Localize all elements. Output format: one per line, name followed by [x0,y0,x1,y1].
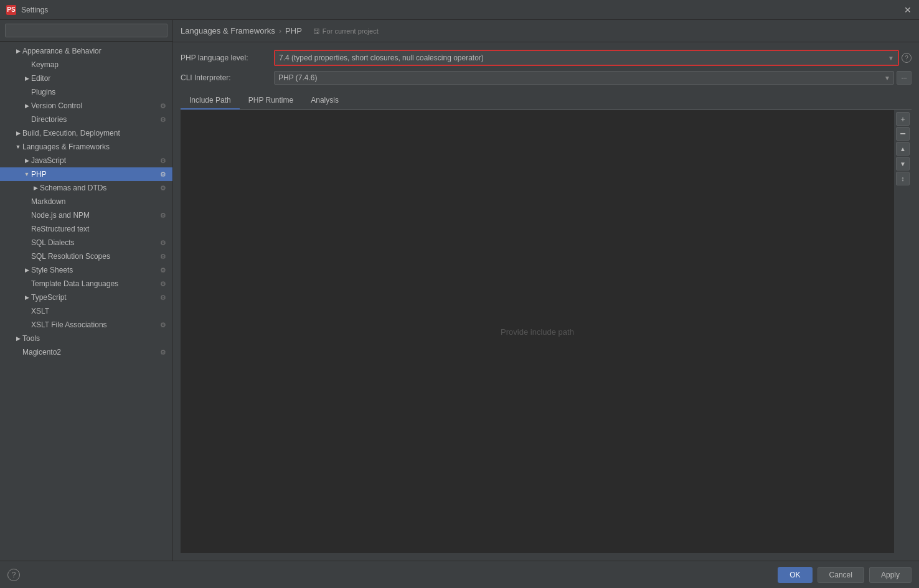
gear-icon: ⚙ [159,293,167,302]
sidebar: ▶ Appearance & Behavior ▶ Keymap ▶ Edito… [0,20,173,561]
sidebar-item-magicento2[interactable]: ▶ Magicento2 ⚙ [0,345,172,359]
sidebar-item-label: Magicento2 [22,348,159,357]
sidebar-item-sql-resolution-scopes[interactable]: ▶ SQL Resolution Scopes ⚙ [0,250,172,263]
gear-icon: ⚙ [159,115,167,124]
sidebar-item-label: PHP [31,170,159,179]
title-bar-left: PS Settings [6,5,48,15]
cli-interpreter-control: PHP (7.4.6) ▼ ··· [274,71,912,85]
sidebar-item-languages-frameworks[interactable]: ▼ Languages & Frameworks [0,140,172,154]
sidebar-item-label: JavaScript [31,156,159,165]
php-level-box: 7.4 (typed properties, short closures, n… [274,50,899,66]
sidebar-item-label: TypeScript [31,293,159,302]
ok-button[interactable]: OK [778,567,812,583]
gear-icon: ⚙ [159,156,167,165]
sidebar-item-tools[interactable]: ▶ Tools [0,332,172,345]
for-current-project: 🖫 For current project [313,27,379,35]
sidebar-item-nodejs-npm[interactable]: ▶ Node.js and NPM ⚙ [0,208,172,222]
sidebar-item-label: Appearance & Behavior [22,47,167,55]
sidebar-item-keymap[interactable]: ▶ Keymap [0,58,172,72]
bottom-left: ? [7,569,20,581]
sidebar-item-javascript[interactable]: ▶ JavaScript ⚙ [0,154,172,167]
cli-interpreter-select[interactable]: PHP (7.4.6) [274,71,894,85]
window-title: Settings [21,6,48,14]
sidebar-item-build-execution[interactable]: ▶ Build, Execution, Deployment [0,126,172,140]
sidebar-item-editor[interactable]: ▶ Editor [0,72,172,85]
sidebar-item-typescript[interactable]: ▶ TypeScript ⚙ [0,291,172,304]
cli-interpreter-row: CLI Interpreter: PHP (7.4.6) ▼ ··· [181,71,912,85]
sidebar-item-xslt-file-associations[interactable]: ▶ XSLT File Associations ⚙ [0,318,172,332]
title-bar: PS Settings ✕ [0,0,919,20]
sidebar-item-label: Schemas and DTDs [40,184,159,192]
sidebar-item-restructured-text[interactable]: ▶ ReStructured text [0,222,172,236]
panel-body: PHP language level: 7.4 (typed propertie… [173,42,919,561]
sidebar-item-label: Directories [31,115,159,124]
sidebar-item-markdown[interactable]: ▶ Markdown [0,195,172,208]
sidebar-item-sql-dialects[interactable]: ▶ SQL Dialects ⚙ [0,236,172,250]
help-icon[interactable]: ? [902,53,912,63]
sidebar-item-label: Template Data Languages [31,279,159,288]
move-up-button[interactable]: ▲ [896,142,910,156]
apply-button[interactable]: Apply [869,567,912,583]
arrow-icon: ▶ [22,101,31,110]
search-input[interactable] [5,24,167,37]
search-box [0,20,172,42]
sidebar-item-appearance-behavior[interactable]: ▶ Appearance & Behavior [0,44,172,58]
remove-button[interactable]: − [896,127,910,141]
sidebar-item-label: ReStructured text [31,225,167,233]
breadcrumb-parent: Languages & Frameworks [181,26,275,35]
sidebar-item-version-control[interactable]: ▶ Version Control ⚙ [0,99,172,113]
sidebar-item-label: Markdown [31,197,167,206]
sidebar-item-directories[interactable]: ▶ Directories ⚙ [0,113,172,126]
sidebar-item-schemas-dtds[interactable]: ▶ Schemas and DTDs ⚙ [0,181,172,195]
gear-icon: ⚙ [159,320,167,329]
include-path-area: Provide include path [181,110,894,553]
side-buttons: + − ▲ ▼ ↕ [894,110,912,553]
bottom-right: OK Cancel Apply [778,567,912,583]
arrow-icon: ▼ [22,170,31,179]
cancel-button[interactable]: Cancel [818,567,864,583]
sidebar-item-label: Plugins [31,88,167,96]
sidebar-item-xslt[interactable]: ▶ XSLT [0,304,172,318]
sidebar-item-label: Editor [31,74,167,83]
php-level-row: PHP language level: 7.4 (typed propertie… [181,50,912,66]
sidebar-item-label: SQL Resolution Scopes [31,252,159,261]
sidebar-item-label: SQL Dialects [31,238,159,247]
tabs: Include Path PHP Runtime Analysis [181,92,912,110]
panel-header: Languages & Frameworks › PHP 🖫 For curre… [173,20,919,42]
sort-button[interactable]: ↕ [896,172,910,185]
sidebar-item-template-data-languages[interactable]: ▶ Template Data Languages ⚙ [0,277,172,291]
sidebar-item-label: Version Control [31,101,159,110]
settings-window: PS Settings ✕ ▶ Appearance & Behavior ▶ … [0,0,919,588]
add-button[interactable]: + [896,112,910,126]
close-button[interactable]: ✕ [903,5,913,15]
php-level-select[interactable]: 7.4 (typed properties, short closures, n… [275,51,898,65]
arrow-icon: ▶ [22,293,31,302]
tab-include-path[interactable]: Include Path [181,92,240,110]
sidebar-item-label: Tools [22,334,167,343]
right-panel: Languages & Frameworks › PHP 🖫 For curre… [173,20,919,561]
tab-analysis[interactable]: Analysis [302,92,347,110]
tab-php-runtime[interactable]: PHP Runtime [240,92,302,110]
sidebar-item-php[interactable]: ▼ PHP ⚙ [0,167,172,181]
main-content: ▶ Appearance & Behavior ▶ Keymap ▶ Edito… [0,20,919,561]
sidebar-item-label: Languages & Frameworks [22,142,167,151]
project-icon: 🖫 [313,27,320,35]
help-circle-button[interactable]: ? [7,569,20,581]
sidebar-item-plugins[interactable]: ▶ Plugins [0,85,172,99]
cli-interpreter-label: CLI Interpreter: [181,73,274,82]
sidebar-item-style-sheets[interactable]: ▶ Style Sheets ⚙ [0,263,172,277]
breadcrumb: Languages & Frameworks › PHP [181,26,302,35]
for-current-project-label: For current project [323,27,379,35]
ellipsis-button[interactable]: ··· [897,71,912,85]
move-down-button[interactable]: ▼ [896,157,910,170]
sidebar-item-label: XSLT File Associations [31,320,159,329]
arrow-icon: ▶ [31,184,40,192]
arrow-icon: ▶ [22,266,31,274]
include-path-empty-message: Provide include path [501,327,574,337]
bottom-bar: ? OK Cancel Apply [0,561,919,588]
sidebar-item-label: Node.js and NPM [31,211,159,220]
cli-interpreter-select-wrapper: PHP (7.4.6) ▼ [274,71,894,85]
gear-icon: ⚙ [159,184,167,192]
breadcrumb-current: PHP [285,26,302,35]
tab-content: Provide include path + − ▲ ▼ ↕ [181,110,912,553]
